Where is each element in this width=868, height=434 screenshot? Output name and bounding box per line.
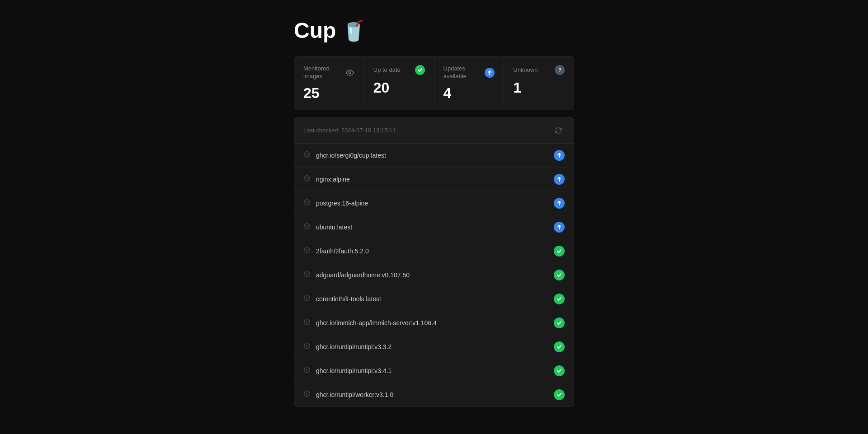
image-row: ghcr.io/runtipi/worker:v3.1.0	[294, 383, 574, 406]
image-row: postgres:16-alpine	[294, 191, 574, 215]
image-list-container: Last checked: 2024-07-16 13:15:11 ghcr.i…	[294, 117, 574, 407]
image-row: nginx:alpine	[294, 168, 574, 191]
image-name: ghcr.io/sergi0g/cup:latest	[316, 152, 386, 159]
refresh-button[interactable]	[552, 124, 565, 137]
container-icon	[303, 318, 311, 327]
stats-row: Monitored images 25 Up to date	[294, 56, 574, 110]
status-badge	[554, 317, 565, 328]
status-badge	[554, 365, 565, 376]
image-name: corentinth/it-tools:latest	[316, 295, 381, 303]
container-icon	[303, 199, 311, 208]
stat-uptodate-value: 20	[373, 79, 425, 96]
stat-monitored-label: Monitored images	[303, 65, 345, 80]
stat-unknown: Unknown ? 1	[504, 57, 574, 110]
container-icon	[303, 151, 311, 160]
status-badge	[554, 389, 565, 400]
image-name: ubuntu:latest	[316, 224, 352, 231]
image-row: adguard/adguardhome:v0.107.50	[294, 263, 574, 287]
check-circle-icon	[415, 65, 425, 75]
stat-unknown-label: Unknown	[513, 66, 538, 74]
stat-unknown-value: 1	[513, 79, 565, 96]
list-header: Last checked: 2024-07-16 13:15:11	[294, 118, 574, 144]
eye-icon	[345, 68, 355, 78]
image-row: 2fauth/2fauth:5.2.0	[294, 239, 574, 263]
svg-point-0	[349, 72, 351, 74]
image-name: ghcr.io/immich-app/immich-server:v1.106.…	[316, 319, 437, 327]
image-row: corentinth/it-tools:latest	[294, 287, 574, 311]
container-icon	[303, 390, 311, 399]
image-name: nginx:alpine	[316, 176, 350, 183]
image-name: ghcr.io/runtipi/runtipi:v3.3.2	[316, 343, 392, 350]
container-icon	[303, 366, 311, 375]
stat-updates-label: Updates available	[443, 65, 485, 80]
container-icon	[303, 294, 311, 303]
status-badge	[554, 174, 565, 185]
app-title: Cup 🥤	[294, 18, 574, 43]
status-badge	[554, 294, 565, 304]
image-list: ghcr.io/sergi0g/cup:latest nginx:alpine …	[294, 144, 574, 406]
stat-uptodate-label: Up to date	[373, 66, 401, 74]
image-name: 2fauth/2fauth:5.2.0	[316, 247, 369, 255]
stat-monitored: Monitored images 25	[294, 57, 364, 110]
stat-uptodate: Up to date 20	[364, 57, 434, 110]
container-icon	[303, 175, 311, 184]
container-icon	[303, 271, 311, 280]
status-badge	[554, 270, 565, 280]
image-row: ubuntu:latest	[294, 215, 574, 239]
image-row: ghcr.io/runtipi/runtipi:v3.4.1	[294, 359, 574, 383]
status-badge	[554, 246, 565, 257]
arrow-up-icon	[485, 68, 495, 78]
last-checked-text: Last checked: 2024-07-16 13:15:11	[303, 127, 396, 134]
container-icon	[303, 247, 311, 256]
image-row: ghcr.io/immich-app/immich-server:v1.106.…	[294, 311, 574, 335]
question-icon: ?	[555, 65, 565, 75]
status-badge	[554, 341, 565, 352]
image-row: ghcr.io/sergi0g/cup:latest	[294, 144, 574, 168]
image-row: ghcr.io/runtipi/runtipi:v3.3.2	[294, 335, 574, 359]
image-name: adguard/adguardhome:v0.107.50	[316, 271, 410, 279]
status-badge	[554, 150, 565, 161]
image-name: ghcr.io/runtipi/worker:v3.1.0	[316, 391, 393, 398]
image-name: postgres:16-alpine	[316, 200, 368, 207]
stat-updates: Updates available 4	[434, 57, 505, 110]
container-icon	[303, 223, 311, 232]
app-name: Cup	[294, 18, 336, 43]
svg-text:?: ?	[559, 68, 561, 73]
app-icon: 🥤	[341, 19, 366, 42]
stat-monitored-value: 25	[303, 85, 355, 102]
status-badge	[554, 222, 565, 233]
stat-updates-value: 4	[443, 85, 495, 102]
status-badge	[554, 198, 565, 209]
container-icon	[303, 342, 311, 351]
image-name: ghcr.io/runtipi/runtipi:v3.4.1	[316, 367, 392, 374]
